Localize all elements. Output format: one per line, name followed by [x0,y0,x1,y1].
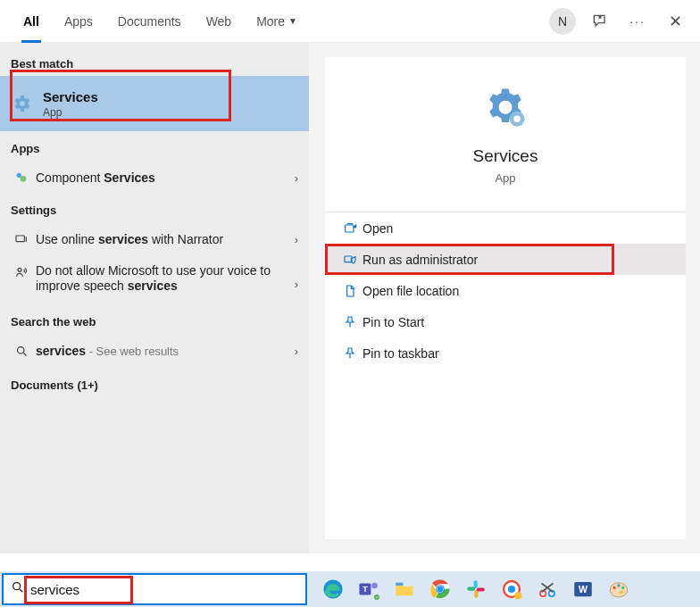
taskbar: T W [0,571,700,607]
svg-point-13 [371,583,378,589]
svg-point-9 [13,583,21,590]
search-input[interactable] [30,582,298,597]
chevron-right-icon: › [295,345,298,358]
action-run-as-admin[interactable]: Run as administrator [325,244,686,275]
svg-point-26 [508,586,515,593]
word-icon[interactable]: W [568,574,598,604]
preview-title: Services [325,146,686,166]
snip-icon[interactable] [532,574,562,604]
file-explorer-icon[interactable] [389,574,420,604]
admin-icon [338,253,362,267]
chrome-beta-icon[interactable] [496,574,527,604]
component-services-icon [11,170,32,185]
search-icon [11,580,25,598]
filter-tab-apps[interactable]: Apps [52,0,105,43]
section-settings: Settings [0,198,309,222]
svg-point-4 [17,346,24,353]
svg-text:T: T [362,585,368,594]
narrator-icon [11,232,32,246]
action-list: Open Run as administrator Open fi [325,212,686,369]
svg-point-34 [617,584,620,586]
teams-icon[interactable]: T [354,574,384,604]
speech-icon [11,263,32,279]
settings-result-speech[interactable]: Do not allow Microsoft to use your voice… [0,256,309,304]
svg-point-35 [621,586,624,589]
taskbar-apps: T W [309,574,634,604]
action-pin-to-start[interactable]: Pin to Start [325,306,686,337]
slack-icon[interactable] [461,574,491,604]
web-result[interactable]: services - See web results › [0,334,309,368]
section-documents: Documents (1+) [0,373,309,397]
chevron-down-icon: ▼ [288,16,297,26]
gear-icon [9,91,34,116]
chevron-right-icon: › [295,171,298,185]
apps-result-component-services[interactable]: Component Services › [0,161,309,195]
chevron-right-icon: › [295,278,298,291]
settings-result-narrator[interactable]: Use online services with Narrator › [0,222,309,256]
file-location-icon [338,284,362,298]
filter-tab-web[interactable]: Web [194,0,245,43]
section-web: Search the web [0,310,309,334]
user-avatar[interactable]: N [546,5,579,37]
best-match-subtitle: App [43,106,98,119]
preview-subtitle: App [325,171,686,185]
svg-text:W: W [579,584,588,595]
top-filter-bar: All Apps Documents Web More▼ N ··· ✕ [0,0,700,43]
svg-point-0 [17,173,21,178]
results-pane: Best match Services App Apps Component S… [0,43,309,553]
svg-rect-7 [346,225,354,232]
action-open[interactable]: Open [325,212,686,244]
svg-rect-15 [396,583,403,586]
svg-point-27 [514,592,521,599]
filter-tab-all[interactable]: All [11,0,52,43]
svg-point-33 [613,586,616,589]
pin-icon [338,315,362,329]
svg-rect-21 [467,587,475,591]
search-icon [11,345,32,358]
svg-rect-23 [477,587,485,591]
best-match-title: Services [43,89,98,104]
taskbar-search[interactable] [2,573,307,605]
gear-icon [479,82,532,136]
chevron-right-icon: › [295,233,298,246]
svg-point-3 [18,268,21,271]
svg-rect-2 [16,236,24,242]
filter-tab-documents[interactable]: Documents [105,0,194,43]
open-icon [338,221,362,236]
preview-pane: Services App Open Run as administrator [325,57,686,539]
section-best-match: Best match [0,52,309,76]
svg-point-19 [438,586,444,593]
filter-tab-more[interactable]: More▼ [244,0,310,43]
pin-icon [338,346,362,361]
edge-icon[interactable] [318,574,348,604]
more-options-icon[interactable]: ··· [621,5,654,37]
action-pin-to-taskbar[interactable]: Pin to taskbar [325,337,686,369]
best-match-item[interactable]: Services App [0,76,309,131]
section-apps: Apps [0,137,309,161]
paint-icon[interactable] [604,574,634,604]
svg-point-1 [21,176,27,182]
chrome-icon[interactable] [425,574,455,604]
action-open-file-location[interactable]: Open file location [325,275,686,306]
close-icon[interactable]: ✕ [659,5,691,37]
feedback-icon[interactable] [584,5,616,37]
svg-point-6 [513,116,521,123]
svg-point-36 [621,591,623,594]
